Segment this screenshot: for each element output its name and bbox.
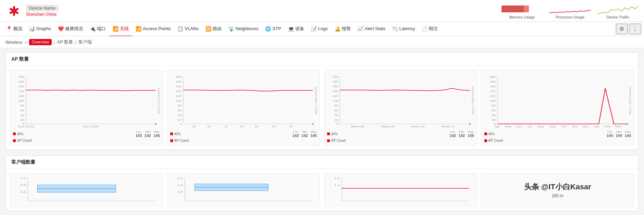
ap-section-body: 200 180 160 140 120 100 80 60 40 20 0 (6, 66, 638, 150)
nav-item-access-points[interactable]: 📶 Access Points (132, 22, 174, 36)
breadcrumb-active[interactable]: Overview (29, 39, 52, 45)
svg-text:100: 100 (175, 99, 181, 102)
svg-text:Jan: Jan (594, 125, 599, 128)
health-icon: ❤️ (58, 26, 64, 31)
svg-text:Feb: Feb (604, 125, 610, 128)
nav-item-alerts[interactable]: 🔔 报警 (331, 22, 354, 36)
svg-text:Week 08: Week 08 (350, 125, 364, 128)
main-content: AP 数量 (0, 48, 644, 215)
svg-marker-133 (626, 123, 628, 125)
min-value-day: 142 (145, 134, 151, 138)
logo-text-area: Device Name Shenzhen China (26, 5, 58, 17)
ap-section-title: AP 数量 (6, 53, 638, 66)
ap-count-label-year: AP Count (488, 139, 503, 142)
min-value-weeks: 142 (459, 134, 465, 138)
chart-week-recent-legend: APs (170, 132, 181, 136)
nav-label-access-points: Access Points (143, 26, 171, 31)
svg-text:160: 160 (18, 85, 24, 88)
nav-item-routing[interactable]: 🔀 路由 (202, 22, 225, 36)
svg-text:40: 40 (492, 114, 495, 117)
svg-text:Jul: Jul (527, 125, 532, 128)
watermark-area: 头条 @IT小白Kasar 280 m (481, 173, 634, 207)
nav-item-notes[interactable]: 📄 附注 (418, 22, 441, 36)
nav-item-neighbours[interactable]: 📡 Neighbours (225, 22, 262, 36)
svg-text:200: 200 (18, 75, 24, 78)
nav-item-vlans[interactable]: 📋 VLANs (174, 22, 202, 36)
nav-actions: ⚙ ⋮ (616, 24, 641, 34)
devices-icon: 💻 (288, 26, 294, 31)
logo-area: Device Name Shenzhen China (5, 4, 74, 18)
processor-chart-item[interactable]: Processor Usage (549, 3, 591, 19)
legend-dot-year (484, 132, 487, 135)
nav-item-overview[interactable]: 📍 概况 (3, 22, 26, 36)
nav-item-wireless[interactable]: 📶 无线 (109, 22, 132, 36)
svg-text:AVERAGE (YEAR) / VOLUME: AVERAGE (YEAR) / VOLUME (629, 87, 631, 115)
ap-count-label-week-recent: AP Count (174, 139, 189, 142)
breadcrumb-link-ap[interactable]: AP 数量 (57, 39, 73, 45)
nav-item-latency[interactable]: 📉 Latency (389, 22, 419, 36)
svg-text:60: 60 (335, 109, 338, 112)
nav-label-vlans: VLANs (185, 26, 198, 31)
svg-text:140: 140 (333, 90, 338, 93)
breadcrumb-divider: | (54, 40, 55, 45)
svg-text:80: 80 (21, 104, 24, 107)
nav-item-logs[interactable]: 📝 Logs (308, 22, 331, 36)
max-value-weeks: 145 (468, 134, 474, 138)
chart-weeks-legend: APs (327, 132, 337, 136)
svg-text:200: 200 (175, 75, 181, 78)
client-chart-1-svg: 1.0 0.9 0.8 (13, 176, 160, 204)
nav-label-graphs: Graphs (36, 26, 51, 31)
legend-dot-week-recent (170, 132, 173, 135)
svg-text:180: 180 (175, 80, 181, 83)
svg-text:0.8: 0.8 (20, 190, 26, 193)
chart-weeks: 200 180 160 140 120 100 80 60 40 20 0 (324, 70, 477, 146)
svg-text:60: 60 (21, 109, 24, 112)
traffic-chart-item[interactable]: Device Traffic (597, 3, 639, 19)
nav-item-graphs[interactable]: 📊 Graphs (26, 22, 54, 36)
max-value-day: 145 (153, 134, 160, 138)
device-name[interactable]: Device Name (26, 5, 58, 11)
nav-label-ports: 端口 (97, 26, 106, 32)
chart-year-footer: APs Cur 144 Min 144 (484, 130, 631, 142)
svg-text:120: 120 (175, 94, 181, 98)
gear-button[interactable]: ⚙ (616, 24, 628, 34)
chart-year-ap-label: APs (488, 132, 495, 136)
nav-label-wireless: 无线 (120, 26, 129, 32)
memory-chart-item[interactable]: Memory Usage (501, 3, 543, 19)
huawei-logo (5, 4, 23, 18)
svg-marker-96 (469, 123, 470, 125)
svg-text:Week 11: Week 11 (441, 125, 455, 128)
header: Device Name Shenzhen China Memory Usage … (0, 0, 644, 22)
min-value-week-recent: 142 (301, 134, 308, 138)
chart-weeks-footer: APs Cur 142 Min 142 (327, 130, 474, 142)
nav-item-alert-stats[interactable]: 📈 Alert Stats (354, 22, 389, 36)
location: Shenzhen China (26, 12, 58, 17)
legend-dot-year-2 (484, 139, 487, 142)
breadcrumb-link-clients[interactable]: 客户端 (78, 39, 92, 45)
vlans-icon: 📋 (177, 26, 183, 31)
nav-label-alert-stats: Alert Stats (365, 26, 385, 31)
max-label: Max (154, 130, 160, 134)
nav-item-ports[interactable]: 🔌 端口 (86, 22, 109, 36)
alerts-icon: 🔔 (335, 26, 340, 31)
chart-week-recent: 200 180 160 140 120 100 80 60 40 20 0 (167, 70, 320, 146)
min-value-year: 144 (616, 134, 622, 138)
nav-label-alerts: 报警 (342, 26, 351, 32)
svg-text:140: 140 (490, 90, 495, 93)
svg-text:120: 120 (490, 94, 495, 98)
nav-label-neighbours: Neighbours (236, 26, 259, 31)
header-charts: Memory Usage Processor Usage Device Traf… (501, 3, 639, 19)
nav-item-stp[interactable]: 🌐 STP (262, 22, 284, 36)
chart-weeks-ap-label: APs (331, 132, 337, 136)
nav-item-health[interactable]: ❤️ 健康情况 (54, 22, 86, 36)
svg-text:15: 15 (192, 125, 196, 128)
watermark-line1: 头条 @IT小白Kasar (524, 182, 591, 191)
chart-year-stats: Cur 144 Min 144 Max 144 (607, 130, 631, 138)
svg-text:Dec: Dec (583, 125, 589, 128)
nav-item-devices[interactable]: 💻 设备 (285, 22, 308, 36)
svg-text:120: 120 (333, 94, 338, 98)
svg-text:20: 20 (272, 125, 275, 128)
svg-text:180: 180 (490, 80, 495, 83)
alert-stats-icon: 📈 (358, 26, 363, 31)
more-button[interactable]: ⋮ (629, 24, 641, 34)
